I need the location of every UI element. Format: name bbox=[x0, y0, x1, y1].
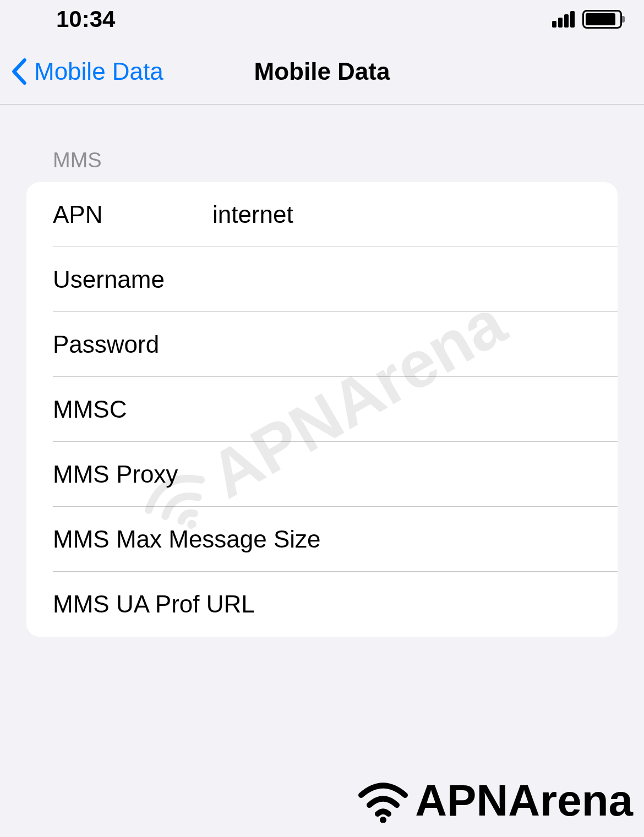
settings-row-username[interactable]: Username bbox=[26, 247, 618, 312]
watermark-bottom-text: APNArena bbox=[415, 775, 633, 826]
row-label-mms-proxy: MMS Proxy bbox=[53, 461, 212, 488]
watermark-bottom: APNArena bbox=[356, 775, 633, 826]
settings-row-mms-proxy[interactable]: MMS Proxy bbox=[26, 442, 618, 507]
row-label-password: Password bbox=[53, 331, 212, 358]
svg-point-1 bbox=[380, 817, 386, 823]
content-area: MMS APN Username Password MMSC MMS Proxy… bbox=[0, 105, 644, 637]
row-input-mmsc[interactable] bbox=[212, 396, 591, 423]
row-label-mmsc: MMSC bbox=[53, 396, 212, 423]
row-input-username[interactable] bbox=[212, 266, 591, 293]
row-label-apn: APN bbox=[53, 201, 212, 228]
row-label-mms-ua-prof: MMS UA Prof URL bbox=[53, 590, 591, 618]
settings-group-mms: APN Username Password MMSC MMS Proxy MMS… bbox=[26, 182, 618, 637]
row-label-mms-max-size: MMS Max Message Size bbox=[53, 526, 591, 553]
page-title: Mobile Data bbox=[254, 58, 390, 85]
chevron-left-icon bbox=[11, 58, 28, 85]
settings-row-apn[interactable]: APN bbox=[26, 182, 618, 247]
settings-row-mms-ua-prof[interactable]: MMS UA Prof URL bbox=[26, 572, 618, 637]
navigation-bar: Mobile Data Mobile Data bbox=[0, 39, 644, 105]
battery-icon bbox=[582, 10, 622, 29]
settings-row-password[interactable]: Password bbox=[26, 312, 618, 377]
status-icons bbox=[552, 10, 622, 29]
wifi-icon bbox=[356, 779, 411, 823]
section-header-mms: MMS bbox=[26, 149, 618, 172]
back-button[interactable]: Mobile Data bbox=[0, 58, 163, 85]
status-bar: 10:34 bbox=[0, 0, 644, 39]
cellular-signal-icon bbox=[552, 11, 575, 28]
status-time: 10:34 bbox=[56, 6, 115, 32]
row-label-username: Username bbox=[53, 266, 212, 293]
row-input-apn[interactable] bbox=[212, 201, 591, 228]
row-input-password[interactable] bbox=[212, 331, 591, 358]
settings-row-mmsc[interactable]: MMSC bbox=[26, 377, 618, 442]
back-button-label: Mobile Data bbox=[34, 58, 163, 85]
settings-row-mms-max-size[interactable]: MMS Max Message Size bbox=[26, 507, 618, 572]
row-input-mms-proxy[interactable] bbox=[212, 461, 591, 488]
